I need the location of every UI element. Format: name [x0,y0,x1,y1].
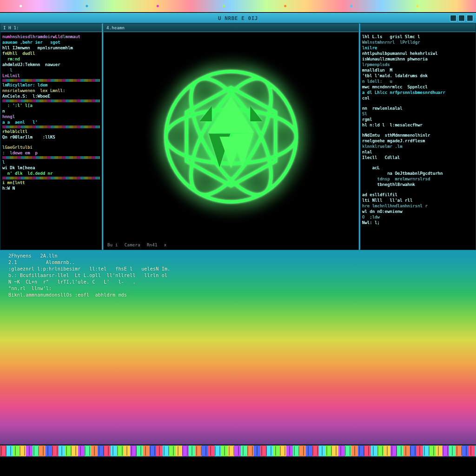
code-line: a a aenl l' [2,119,100,125]
code-line: hll IJmnwmn mpnlsrumnemhlm [2,45,100,51]
code-line: numhnshiesdlhramdoirwLldlmnmaut [2,34,100,40]
left-code-body[interactable]: numhnshiesdlhramdoirwLldlmnmautaaueae ,b… [0,32,102,198]
viewport-status-2: Rn41 [147,242,158,248]
left-pane-tab[interactable]: I H 1: [0,24,102,32]
right-code-body[interactable]: lhl L.ls grisl Slmc lWmlnstmhnrnrl lPrll… [360,32,476,227]
code-line: lnilre [362,45,474,51]
code-line: na OeJtbmabnlPgcdturhn [362,171,474,176]
taskbar[interactable] [0,444,476,457]
code-line: isWunaullzmumihnn phwnoria [362,56,474,62]
code-line: lrpmenplsds [362,62,474,67]
viewport-status-3: x [164,242,167,248]
code-line: : ldewe em p [2,150,100,156]
code-line: rgml [362,117,474,122]
code-line: lhl L.ls grisl Slmc l [362,34,474,40]
code-line: hre lmchnllhndlanhnirsnl r [362,203,474,209]
window-titlebar[interactable]: U NRBE E 0IJ [0,13,476,23]
code-line: lGaeGrltulbi [2,145,100,150]
code-line: tbnegthl8rwahnk [362,182,474,187]
minimize-button[interactable] [450,15,456,21]
code-line: n [2,108,100,114]
code-line: ahdmloUJ:Tekmnn nawuer [2,62,100,67]
code-line: wi Dk lm[heea [2,165,100,171]
code-line: n' dlk ld.dedd nr [2,171,100,176]
output-console[interactable]: 2Fhynens 2A.lln2.1 Alommrnb..:glaeznrl l… [0,250,476,445]
code-line: hNdImtu sthMdmnmmenolhinlr [362,132,474,138]
code-line: n ldell: u [362,79,474,84]
maximize-button[interactable] [458,15,465,21]
console-line: "nn,rl llnw'l: [8,285,468,292]
code-line: Wmlnstmhnrnrl lPrlldgr [362,40,474,45]
code-line: LnLlnil [2,73,100,79]
close-button[interactable] [467,15,473,21]
code-line: l [2,67,100,73]
code-line: nlal [362,149,474,155]
code-line: O ;ldw [362,214,474,220]
code-line: klnnklruelmr .lm [362,144,474,149]
system-menubar[interactable] [0,0,476,13]
code-line: mwc mncndnnrmlcc Sppnlccl [362,84,474,90]
code-line: fnUhll dudll [2,51,100,56]
code-line: Ilecll Cdllal [362,155,474,160]
console-line: 2.1 Alommrnb.. [8,259,468,266]
viewport-status-1: Camera [125,242,140,248]
code-line: ad eslldfilfil [362,192,474,198]
code-line: Qn r00lar1lm :llKS [2,134,100,140]
code-line: 'tbl l'mald. ldaldrums dnk [362,73,474,79]
code-line: hnngl [2,114,100,119]
code-line: nnsrielwwenen lex Lmnll: [2,88,100,93]
code-line: Sl [362,111,474,117]
code-line: col [362,95,474,101]
viewport-tab[interactable]: 4.heamn [104,24,358,32]
code-line: AnCiele.S: l:WboeE [2,93,100,99]
viewport-status-0: Bu i [107,242,118,248]
viewport-tab-label: 4.heamn [106,25,125,31]
window-buttons [450,15,473,21]
code-line: Nwl: l; [362,220,474,225]
console-line: N ~K CL+n r" lrTI,l'ule. C L' l- . [8,279,468,285]
window-title: U NRBE E 0IJ [218,15,258,21]
left-code-pane[interactable]: I H 1: numhnshiesdlhramdoirwLldlmnmautaa… [0,23,103,250]
code-line: mnalldlun M [362,67,474,73]
console-line: :glaeznrl l:p:hrlnibesimr ll:tel fhsE l … [8,266,468,272]
code-line: lti Nlll ll'al rll [362,198,474,203]
right-code-pane[interactable]: lhl L.ls grisl Slmc lWmlnstmhnrnrl lPrll… [359,23,476,250]
code-line: h:W N [2,185,100,191]
code-line: nn rewlenlealal [362,106,474,111]
code-line: : ':l' l[a [2,103,100,108]
code-line: nhtlpuhulbpumannul hekehrlsiwl [362,51,474,56]
console-line: b.: Bcufillaarsr-llel Lt L.opll ll'nllre… [8,272,468,279]
code-line: wl dn nO:ewnienw [362,209,474,214]
code-line: acL [362,165,474,171]
code-line: l [2,159,100,165]
code-line: rholblcltl [2,129,100,134]
console-line: 2Fhynens 2A.lln [8,253,468,259]
right-pane-tab[interactable] [360,24,476,32]
editor-panes: I H 1: numhnshiesdlhramdoirwLldlmnmautaa… [0,23,476,250]
viewport-status-bar: Bu i Camera Rn41 x [107,242,355,248]
left-pane-tab-label: I H 1: [3,25,19,31]
viewport-pane[interactable]: 4.heamn Bu i Camera Rn41 x [103,23,359,250]
console-text: 2Fhynens 2A.lln2.1 Alommrnb..:glaeznrl l… [0,250,476,301]
bottom-letterbox [0,457,476,476]
code-line: hl n:ld l l:mesalecfhwr [362,122,474,128]
geometric-globe-logo-icon [154,60,308,213]
console-line: Biknl.ammnamumdonsllOs :eofl abhldrm mds [8,292,468,298]
code-line: lmRicyllmlor: ldem [2,82,100,88]
code-line: rnelgoehe mgadeJ.rrdflesm [362,138,474,144]
code-line: aaueae ,behr ier sgot [2,40,100,45]
code-line: rm:nd [2,56,100,62]
code-line: i mn[lntt [2,180,100,185]
code-line: a dl Lhlcc nrfprsnnlsbmesnrdhuarr [362,90,474,95]
code-line: tdnsp mrelmwrnrslrsd [362,176,474,182]
